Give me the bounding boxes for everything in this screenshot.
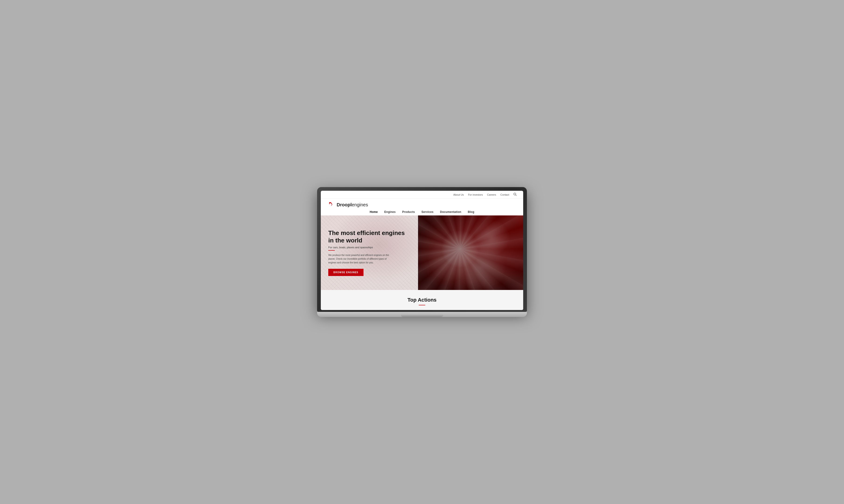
- nav-documentation[interactable]: Documentation: [440, 210, 461, 214]
- top-actions-title: Top Actions: [327, 297, 517, 303]
- hero-subtitle: For cars, boats, planes and spaceships: [328, 246, 411, 249]
- about-us-link[interactable]: About Us: [453, 193, 464, 196]
- hero-section: The most efficient engines in the world …: [321, 215, 523, 290]
- svg-line-1: [516, 195, 517, 196]
- website: About Us For investors Careers Contact: [321, 191, 523, 310]
- bottom-section: Top Actions: [321, 290, 523, 310]
- nav-home[interactable]: Home: [370, 210, 378, 214]
- hero-divider: [328, 250, 335, 251]
- nav-products[interactable]: Products: [402, 210, 415, 214]
- hero-right-panel: [418, 215, 523, 290]
- search-icon[interactable]: [513, 193, 517, 197]
- top-bar: About Us For investors Careers Contact: [321, 191, 523, 199]
- browse-engines-button[interactable]: BROWSE ENGINES: [328, 269, 363, 276]
- hero-left-panel: The most efficient engines in the world …: [321, 215, 418, 290]
- nav-services[interactable]: Services: [421, 210, 433, 214]
- laptop-frame: About Us For investors Careers Contact: [317, 187, 527, 317]
- laptop-base: [317, 312, 527, 317]
- nav-blog[interactable]: Blog: [468, 210, 474, 214]
- hero-title: The most efficient engines in the world: [328, 229, 411, 244]
- logo-text: Drooplengines: [337, 202, 368, 208]
- contact-link[interactable]: Contact: [500, 193, 509, 196]
- for-investors-link[interactable]: For investors: [468, 193, 483, 196]
- main-nav: Home Engines Products Services Documenta…: [321, 209, 523, 215]
- laptop-screen: About Us For investors Careers Contact: [321, 191, 523, 310]
- logo-icon: [327, 201, 335, 209]
- top-actions-divider: [419, 305, 425, 305]
- hero-content: The most efficient engines in the world …: [328, 229, 411, 276]
- logo[interactable]: Drooplengines: [327, 201, 368, 209]
- screen-bezel: About Us For investors Careers Contact: [317, 187, 527, 312]
- careers-link[interactable]: Careers: [487, 193, 496, 196]
- site-header: Drooplengines: [321, 199, 523, 209]
- hero-description: We produce the most powerful and efficie…: [328, 253, 394, 265]
- nav-engines[interactable]: Engines: [384, 210, 396, 214]
